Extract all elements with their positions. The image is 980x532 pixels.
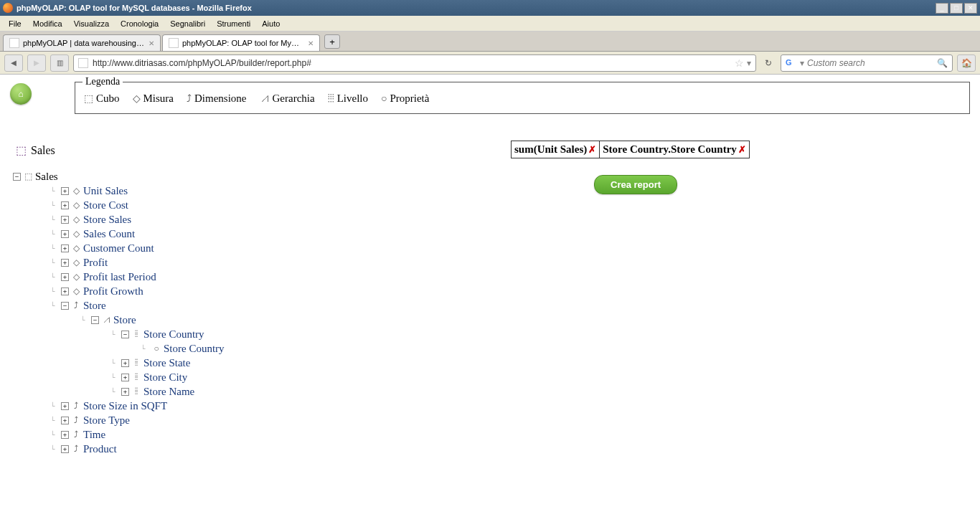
tree-dimension[interactable]: └+⤴Time [50,427,225,442]
app-home-button[interactable]: ⌂ [10,83,32,105]
measure-icon: ◇ [71,270,81,284]
remove-icon[interactable]: ✗ [588,144,596,156]
back-button[interactable]: ◄ [4,54,23,72]
expand-icon[interactable]: + [61,273,69,281]
forward-button[interactable]: ► [27,54,46,72]
tree-level[interactable]: └+⦙⦙Store City [110,370,225,384]
expand-icon[interactable]: + [61,417,69,424]
expand-icon[interactable]: + [61,201,69,209]
google-icon [786,58,796,68]
expand-icon[interactable]: + [61,445,69,453]
expand-icon[interactable]: + [61,288,69,295]
menu-segnalibri[interactable]: Segnalibri [164,17,211,30]
expand-icon[interactable]: + [61,216,69,224]
measure-icon: ◇ [71,184,81,198]
page-icon [169,38,179,48]
close-button[interactable]: ✕ [964,3,977,14]
tree-measure[interactable]: └+◇Store Sales [50,212,225,227]
measure-icon: ◇ [71,284,81,298]
tree-hierarchy-store[interactable]: └−⩘Store [80,313,225,327]
tree-level[interactable]: └+⦙⦙Store Name [110,384,225,399]
tree-measure[interactable]: └+◇Profit Growth [50,284,225,298]
measure-icon: ◇ [71,212,81,227]
legend-item-misura: ◇Misura [133,92,174,105]
tab-2[interactable]: phpMyOLAP: OLAP tool for MySQL datab... … [162,34,320,51]
collapse-icon[interactable]: − [13,173,21,181]
window-titlebar: phpMyOLAP: OLAP tool for MySQL databases… [0,0,980,16]
tree-level[interactable]: └−⦙⦙Store Country [110,327,225,341]
menu-aiuto[interactable]: Aiuto [256,17,286,30]
search-input[interactable] [807,58,937,68]
expand-icon[interactable]: + [61,230,69,238]
maximize-button[interactable]: □ [950,3,963,14]
property-icon: ○ [381,93,387,105]
search-icon[interactable]: 🔍 [937,58,948,68]
tree-level[interactable]: └+⦙⦙Store State [110,356,225,370]
tree-property[interactable]: └○Store Country [141,341,225,356]
level-icon: ⦙⦙ [131,356,141,370]
expand-icon[interactable]: + [61,402,69,410]
tree-measure[interactable]: └+◇Store Cost [50,198,225,212]
search-bar[interactable]: ▾ 🔍 [781,54,953,72]
url-bar[interactable]: http://www.ditriasas.com/phpMyOLAP/build… [73,54,756,72]
close-icon[interactable]: ✕ [149,39,154,47]
level-icon: ⦙⦙⦙ [328,93,334,105]
menu-modifica[interactable]: Modifica [27,17,68,30]
tree-dimension[interactable]: └+⤴Store Type [50,413,225,427]
collapse-icon[interactable]: − [121,331,129,338]
new-tab-button[interactable]: + [324,34,340,49]
expand-icon[interactable]: + [61,187,69,195]
dimension-icon: ⤴ [71,298,81,313]
legend-title: Legenda [83,76,123,87]
dimension-icon: ⤴ [71,399,81,413]
toolbar: ◄ ► ▥ http://www.ditriasas.com/phpMyOLAP… [0,52,980,75]
tree-measure[interactable]: └+◇Unit Sales [50,184,225,198]
drop-cell-measure[interactable]: sum(Unit Sales) ✗ [511,141,600,158]
menu-visualizza[interactable]: Visualizza [68,17,115,30]
expand-icon[interactable]: + [121,388,129,396]
legend-item-cubo: ⬚Cubo [84,92,120,105]
legend-item-dimensione: ⤴Dimensione [187,92,247,105]
tree-measure[interactable]: └+◇Customer Count [50,241,225,255]
tree-measure[interactable]: └+◇Sales Count [50,227,225,241]
cube-header: ⬚ Sales [16,143,55,157]
remove-icon[interactable]: ✗ [738,144,746,156]
drop-label: Store Country.Store Country [603,143,737,156]
tree-dimension[interactable]: └+⤴Product [50,442,225,456]
tree-dimension-store[interactable]: └−⤴Store [50,298,225,313]
collapse-icon[interactable]: − [61,302,69,310]
menu-file[interactable]: File [3,17,27,30]
tree-measure[interactable]: └+◇Profit last Period [50,270,225,284]
tree-measure[interactable]: └+◇Profit [50,255,225,270]
measure-icon: ◇ [71,241,81,255]
bookmark-star-icon[interactable]: ☆ [735,57,744,69]
expand-icon[interactable]: + [61,259,69,267]
close-icon[interactable]: ✕ [308,39,314,47]
tree-root[interactable]: − ⬚ Sales [13,169,225,184]
level-icon: ⦙⦙ [131,370,141,384]
tree-dimension[interactable]: └+⤴Store Size in SQFT [50,399,225,413]
expand-icon[interactable]: + [61,431,69,439]
tab-1[interactable]: phpMyOLAP | data warehousing e analisi .… [3,34,161,51]
create-report-button[interactable]: Crea report [594,175,677,194]
home-button[interactable]: 🏠 [957,54,976,72]
firefox-icon [3,3,13,13]
legend-item-gerarchia: ⩘Gerarchia [260,92,315,105]
cube-name: Sales [31,144,55,157]
url-text: http://www.ditriasas.com/phpMyOLAP/build… [93,58,730,68]
drop-cell-dimension[interactable]: Store Country.Store Country ✗ [599,141,750,158]
expand-icon[interactable]: + [61,244,69,252]
hierarchy-icon: ⩘ [101,313,111,327]
minimize-button[interactable]: _ [936,3,948,14]
reload-button[interactable]: ↻ [760,55,776,71]
legend-item-livello: ⦙⦙⦙Livello [328,92,368,105]
expand-icon[interactable]: + [121,359,129,367]
report-drop-area: sum(Unit Sales) ✗ Store Country.Store Co… [511,141,750,158]
expand-icon[interactable]: + [121,374,129,381]
collapse-icon[interactable]: − [91,316,99,324]
history-button[interactable]: ▥ [50,54,69,72]
menu-cronologia[interactable]: Cronologia [115,17,164,30]
measure-icon: ◇ [133,92,141,105]
olap-tree: − ⬚ Sales └+◇Unit Sales └+◇Store Cost └+… [13,169,225,456]
menu-strumenti[interactable]: Strumenti [211,17,256,30]
